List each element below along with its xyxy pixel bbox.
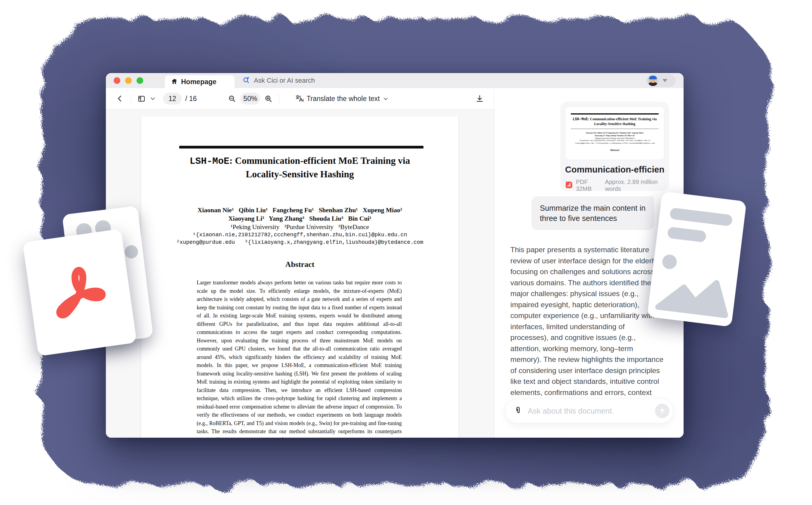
user-message-line: three to five sentences (540, 213, 646, 223)
ai-response-line: various domains. The authors identified … (510, 278, 663, 289)
avatar (648, 75, 658, 86)
ai-response-line: major challenges: physical issues (e.g., (510, 288, 663, 299)
zoom-out-button[interactable] (228, 95, 236, 103)
pdf-page: LSH-MoE: Communication-efficient MoE Tra… (141, 116, 458, 438)
ai-response-line: impaired eyesight, haptic deterioration)… (510, 299, 663, 311)
authors-line: Xiaoyang Li³ Yang Zhang³ Shouda Liu³ Bin… (141, 214, 458, 223)
toolbar-divider (131, 94, 131, 103)
pdf-toolbar: 12 / 16 50% (106, 88, 494, 110)
thumb-abstract-heading: Abstract (565, 149, 664, 152)
ai-response-line: computer experience (e.g., unfamiliarity… (510, 310, 663, 321)
zoom-window-button[interactable] (137, 77, 143, 84)
image-placeholder-card (647, 191, 747, 327)
pdf-file-icon (565, 181, 573, 190)
thumb-emails: ¹{xiaonan.nie,2101212782,ccchengff,shenh… (565, 140, 664, 142)
ai-response-line: This paper presents a systematic literat… (510, 244, 663, 256)
ai-response-line: like text and object standards, intuitiv… (510, 376, 663, 387)
page-number-input[interactable]: 12 (163, 93, 182, 105)
minimize-window-button[interactable] (125, 77, 132, 84)
account-menu[interactable] (646, 74, 676, 87)
ai-response-line: memory). The review highlights the impor… (510, 354, 663, 365)
title-rule (179, 146, 423, 149)
mountain-image-icon (653, 272, 737, 321)
traffic-lights (114, 77, 143, 84)
tab-homepage[interactable]: Homepage (165, 75, 235, 88)
word-count-label: Approx. 2.89 million words (605, 179, 664, 192)
translate-icon (295, 94, 303, 104)
paper-title-rest: : Communication-efficient MoE Training v… (230, 155, 410, 179)
paper-title: LSH-MoE: Communication-efficient MoE Tra… (170, 154, 429, 181)
thumb-authors: Xiaoyang Li³ Yang Zhang³ Shouda Liu³ Bin… (565, 134, 664, 137)
ai-response-line: focusing on challenges and solutions acr… (510, 266, 663, 278)
close-window-button[interactable] (114, 77, 120, 84)
emails-line: ²xupeng@purdue.edu ³{lixiaoyang.x,zhangy… (141, 239, 458, 246)
emails-line: ¹{xiaonan.nie,2101212782,ccchengff,shenh… (141, 231, 458, 239)
translate-label: Translate the whole text (306, 95, 380, 103)
paper-authors: Xiaonan Nie¹ Qibin Liu¹ Fangcheng Fu¹ Sh… (141, 206, 458, 246)
ai-response-line: attention, working memory, long–term (510, 343, 663, 354)
tab-strip: Homepage Ask Cici or AI search (106, 73, 684, 88)
paper-title-prefix: LSH-MoE (189, 156, 229, 167)
chat-input-bar[interactable] (505, 398, 673, 423)
document-meta: PDF 32MB Approx. 2.89 million words (565, 179, 664, 192)
screenshot-stage: Homepage Ask Cici or AI search (0, 0, 812, 505)
home-icon (171, 78, 178, 86)
thumb-authors: Xiaonan Nie¹ Qibin Liu¹ Fangcheng Fu¹ Sh… (565, 131, 664, 134)
ai-response-line: elements, confirmations and errors, cont… (510, 387, 663, 398)
document-title: Communication-efficient MoE… (565, 165, 664, 175)
ai-response-line: interfaces, limited understanding of (510, 321, 663, 332)
paperclip-icon[interactable] (513, 406, 522, 416)
abstract-heading: Abstract (141, 260, 458, 269)
page-total-label: / 16 (185, 95, 197, 103)
thumb-title-prefix: LSH-MoE (573, 117, 588, 122)
thumb-emails: ²xupeng@purdue.edu ³{lixiaoyang.x,zhangy… (565, 142, 664, 145)
affiliations-line: ¹Peking University ²Purdue University ³B… (141, 223, 458, 231)
ai-response-line: of considering user interface design pri… (510, 365, 663, 376)
text-bar-placeholder (667, 227, 707, 242)
ai-response: This paper presents a systematic literat… (510, 244, 663, 398)
chat-input[interactable] (527, 406, 655, 416)
ai-response-line: processes), and cognitive issues (e.g., (510, 332, 663, 343)
omnibox-search[interactable]: Ask Cici or AI search (242, 76, 315, 85)
thumbnails-dropdown-button[interactable] (150, 96, 156, 102)
acrobat-pdf-icon (41, 254, 119, 331)
ai-search-icon (242, 76, 250, 85)
text-bar-placeholder (669, 207, 733, 226)
circle-placeholder (661, 254, 677, 270)
search-placeholder-text: Ask Cici or AI search (254, 77, 315, 85)
back-button[interactable] (116, 95, 124, 103)
tab-label: Homepage (181, 78, 217, 86)
download-button[interactable] (476, 95, 484, 103)
pdf-viewer[interactable]: LSH-MoE: Communication-efficient MoE Tra… (106, 110, 494, 438)
authors-line: Xiaonan Nie¹ Qibin Liu¹ Fangcheng Fu¹ Sh… (141, 206, 458, 214)
toolbar-divider (279, 94, 279, 103)
translate-button[interactable]: Translate the whole text (293, 94, 390, 104)
user-message-line: Summarize the main content in (540, 203, 646, 213)
zoom-in-button[interactable] (264, 95, 272, 103)
file-size-label: PDF 32MB (576, 179, 600, 192)
document-card[interactable]: LSH-MoE: Communication-efficient MoE Tra… (560, 102, 669, 191)
chevron-down-icon (663, 79, 667, 82)
send-button[interactable] (655, 404, 669, 418)
thumb-affiliations: ¹Peking University ²Purdue University ³B… (565, 137, 664, 140)
zoom-level-value[interactable]: 50% (240, 93, 260, 105)
user-message-bubble: Summarize the main content inthree to fi… (531, 196, 654, 230)
browser-window: Homepage Ask Cici or AI search (106, 73, 684, 438)
abstract-text: Larger transformer models always perform… (197, 279, 402, 438)
document-thumbnail: LSH-MoE: Communication-efficient MoE Tra… (565, 107, 664, 160)
pdf-logo-card (23, 229, 137, 356)
sidebar-toggle-button[interactable] (137, 95, 146, 103)
ai-response-line: review of user interface design for the … (510, 256, 663, 267)
thumb-title-rest: : Communication-efficient MoE Training v… (588, 117, 657, 126)
chevron-down-icon (383, 96, 389, 102)
circle-placeholder (124, 244, 139, 259)
